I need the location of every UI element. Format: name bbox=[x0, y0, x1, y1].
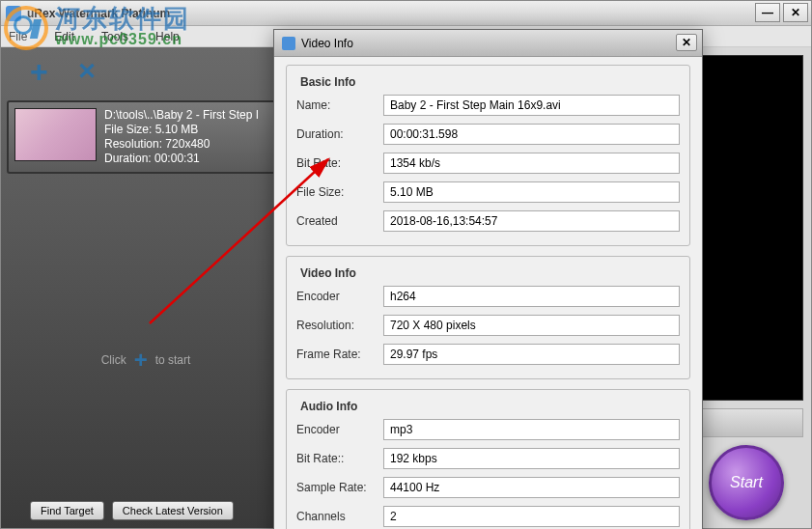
basic-info-legend: Basic Info bbox=[296, 75, 359, 89]
video-info-legend: Video Info bbox=[296, 266, 360, 280]
menu-tools[interactable]: Tools bbox=[101, 30, 128, 43]
app-title: uRex Watermark Platinum bbox=[27, 7, 170, 20]
file-path: D:\tools\..\Baby 2 - First Step I bbox=[104, 108, 259, 123]
dialog-close-button[interactable]: ✕ bbox=[676, 34, 697, 51]
dialog-titlebar: Video Info ✕ bbox=[274, 30, 702, 57]
resolution-value: 720 X 480 pixels bbox=[383, 315, 680, 336]
dialog-icon bbox=[282, 37, 295, 50]
abitrate-label: Bit Rate:: bbox=[296, 452, 383, 465]
framerate-label: Frame Rate: bbox=[296, 348, 383, 361]
created-value: 2018-08-16,13:54:57 bbox=[383, 210, 680, 232]
vencoder-label: Encoder bbox=[296, 290, 383, 303]
samplerate-value: 44100 Hz bbox=[383, 477, 680, 498]
close-button[interactable]: ✕ bbox=[783, 3, 808, 22]
dialog-title: Video Info bbox=[301, 37, 353, 50]
minimize-button[interactable]: — bbox=[755, 3, 780, 22]
file-info: D:\tools\..\Baby 2 - First Step I File S… bbox=[104, 108, 259, 166]
remove-icon[interactable]: ✕ bbox=[77, 58, 97, 85]
created-label: Created bbox=[296, 214, 383, 228]
hint-plus-icon[interactable]: + bbox=[134, 347, 148, 374]
video-info-group: Video Info Encoderh264 Resolution:720 X … bbox=[286, 256, 690, 379]
filesize-value: 5.10 MB bbox=[383, 181, 680, 203]
name-value: Baby 2 - First Step Main 16x9.avi bbox=[383, 95, 680, 116]
bottom-buttons: Find Target Check Latest Version bbox=[30, 501, 234, 520]
resolution-label: Resolution: bbox=[296, 319, 383, 332]
aencoder-value: mp3 bbox=[383, 419, 680, 440]
find-target-button[interactable]: Find Target bbox=[30, 501, 104, 520]
duration-label: Duration: bbox=[296, 127, 383, 141]
name-label: Name: bbox=[296, 98, 383, 112]
aencoder-label: Encoder bbox=[296, 423, 383, 436]
filesize-label: File Size: bbox=[296, 185, 383, 199]
bitrate-label: Bit Rate: bbox=[296, 156, 383, 170]
menu-file[interactable]: File bbox=[9, 30, 27, 43]
app-icon bbox=[6, 6, 21, 21]
menu-edit[interactable]: Edit bbox=[54, 30, 74, 43]
vencoder-value: h264 bbox=[383, 286, 680, 307]
add-icon[interactable]: + bbox=[30, 54, 48, 90]
audio-info-legend: Audio Info bbox=[296, 400, 361, 413]
file-duration: Duration: 00:00:31 bbox=[104, 152, 259, 166]
audio-info-group: Audio Info Encodermp3 Bit Rate::192 kbps… bbox=[286, 389, 690, 529]
file-size: File Size: 5.10 MB bbox=[104, 123, 259, 137]
bitrate-value: 1354 kb/s bbox=[383, 153, 680, 174]
samplerate-label: Sample Rate: bbox=[296, 481, 383, 494]
video-info-dialog: Video Info ✕ Basic Info Name:Baby 2 - Fi… bbox=[273, 29, 703, 529]
start-button[interactable]: Start bbox=[709, 445, 784, 520]
framerate-value: 29.97 fps bbox=[383, 344, 680, 365]
file-thumbnail bbox=[14, 108, 97, 161]
window-buttons: — ✕ bbox=[755, 3, 808, 22]
file-item[interactable]: D:\tools\..\Baby 2 - First Step I File S… bbox=[7, 100, 285, 174]
left-toolbar: + ✕ bbox=[1, 47, 291, 96]
duration-value: 00:00:31.598 bbox=[383, 124, 680, 145]
dialog-body: Basic Info Name:Baby 2 - First Step Main… bbox=[274, 57, 702, 529]
file-resolution: Resolution: 720x480 bbox=[104, 137, 259, 152]
basic-info-group: Basic Info Name:Baby 2 - First Step Main… bbox=[286, 65, 690, 246]
hint-click: Click bbox=[101, 353, 126, 367]
check-version-button[interactable]: Check Latest Version bbox=[112, 501, 234, 520]
hint-to-start: to start bbox=[155, 353, 191, 367]
left-panel: + ✕ D:\tools\..\Baby 2 - First Step I Fi… bbox=[1, 47, 291, 528]
channels-value: 2 bbox=[383, 506, 680, 527]
abitrate-value: 192 kbps bbox=[383, 448, 680, 469]
menu-help[interactable]: Help bbox=[155, 30, 180, 43]
click-hint: Click + to start bbox=[1, 347, 291, 374]
titlebar: uRex Watermark Platinum — ✕ bbox=[1, 1, 811, 26]
channels-label: Channels bbox=[296, 510, 383, 523]
